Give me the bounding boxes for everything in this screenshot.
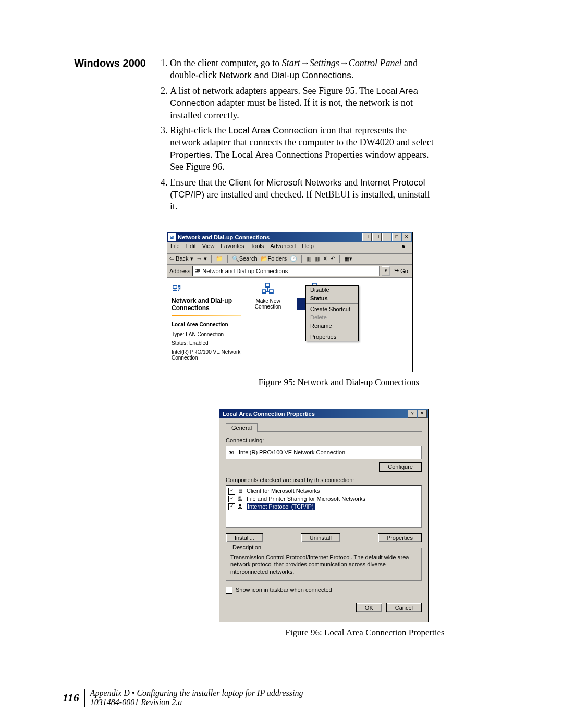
- tab-header: General: [226, 423, 422, 432]
- close-button[interactable]: ✕: [402, 233, 411, 241]
- views-button[interactable]: ▦▾: [344, 255, 352, 262]
- component-row[interactable]: ✓ 🖶 File and Printer Sharing for Microso…: [228, 496, 419, 502]
- client-area: 🖳 Network and Dial-up Connections Local …: [167, 278, 412, 372]
- description-group: Description Transmission Control Protoco…: [226, 548, 422, 581]
- t: Right-click the: [170, 125, 228, 135]
- accent-divider: [172, 315, 241, 316]
- path: Start→Settings→Control Panel: [282, 58, 402, 68]
- go-button[interactable]: ↪ Go: [392, 267, 410, 274]
- nic-box: 🖭 Intel(R) PRO/100 VE Network Connection: [226, 446, 422, 459]
- undo-button[interactable]: ↶: [331, 255, 335, 262]
- menu-file[interactable]: File: [170, 243, 180, 252]
- page-number: 116: [63, 691, 79, 705]
- window-title: Network and Dial-up Connections: [178, 234, 362, 240]
- install-button[interactable]: Install...: [226, 533, 263, 542]
- t: Ensure that the: [170, 177, 228, 188]
- dialog-titlebar[interactable]: Local Area Connection Properties ? ✕: [219, 409, 428, 418]
- taskbar-label: Show icon in taskbar when connected: [236, 587, 332, 593]
- nic-text: Intel(R) PRO/100 VE Network Connection: [239, 449, 345, 455]
- footer-divider: [84, 689, 85, 707]
- component-label: Client for Microsoft Networks: [247, 488, 320, 494]
- titlebar[interactable]: 🖳 Network and Dial-up Connections ❐ ❐ _ …: [167, 232, 412, 242]
- throbber-icon: ⚑: [398, 243, 409, 252]
- delete-button[interactable]: ✕: [323, 255, 327, 262]
- nic-icon: 🖭: [228, 449, 236, 455]
- status-label: Status: Enabled: [172, 340, 241, 346]
- search-label: Search: [239, 255, 258, 262]
- folders-button[interactable]: 📂Folders: [261, 255, 287, 262]
- menu-advanced[interactable]: Advanced: [270, 243, 296, 252]
- search-button[interactable]: 🔍Search: [232, 255, 258, 262]
- pane-title-1: Network and Dial-up: [172, 297, 241, 304]
- restore-down-button[interactable]: ❐: [362, 233, 372, 241]
- copy-to-button[interactable]: ▥: [314, 255, 320, 262]
- ctx-status[interactable]: Status: [306, 294, 358, 302]
- section-heading: Windows 2000: [63, 57, 156, 69]
- maximize-button[interactable]: □: [392, 233, 401, 241]
- menu-help[interactable]: Help: [302, 243, 314, 252]
- folders-label: Folders: [268, 255, 287, 262]
- history-button[interactable]: 🕑: [290, 255, 297, 262]
- checkbox-icon[interactable]: ✓: [228, 503, 235, 510]
- menubar: File Edit View Favorites Tools Advanced …: [167, 242, 412, 254]
- component-label: File and Printer Sharing for Microsoft N…: [247, 496, 365, 502]
- up-button[interactable]: 📁: [216, 255, 223, 262]
- forward-button[interactable]: → ▾: [197, 255, 207, 262]
- address-dropdown[interactable]: ▾: [382, 266, 390, 276]
- checkbox-icon[interactable]: ✓: [228, 488, 235, 495]
- properties-button[interactable]: Properties: [378, 533, 422, 542]
- restore2-button[interactable]: ❐: [372, 233, 382, 241]
- ctx-separator: [306, 331, 358, 331]
- uninstall-button[interactable]: Uninstall: [301, 533, 340, 542]
- cancel-button[interactable]: Cancel: [386, 603, 422, 612]
- ctx-create-shortcut[interactable]: Create Shortcut: [306, 305, 358, 313]
- close-button[interactable]: ✕: [418, 410, 427, 418]
- toolbar: ⇦ Back ▾ → ▾ 📁 🔍Search 📂Folders 🕑 ▥ ▥ ✕ …: [167, 254, 412, 265]
- ui-label: Client for Microsoft Networks: [228, 178, 341, 188]
- ctx-disable[interactable]: Disable: [306, 286, 358, 294]
- address-text: Network and Dial-up Connections: [202, 268, 288, 274]
- minimize-button[interactable]: _: [382, 233, 391, 241]
- make-new-connection-icon[interactable]: 🖧 Make NewConnection: [250, 282, 286, 310]
- step-4: Ensure that the Client for Microsoft Net…: [170, 177, 438, 213]
- ok-button[interactable]: OK: [356, 603, 382, 612]
- address-input[interactable]: 🖳 Network and Dial-up Connections: [192, 266, 380, 276]
- menu-view[interactable]: View: [202, 243, 215, 252]
- t: and: [342, 177, 360, 188]
- component-row-selected[interactable]: ✓ 🖧 Internet Protocol (TCP/IP): [228, 503, 419, 510]
- protocol-icon: 🖧: [237, 503, 244, 510]
- checkbox-icon[interactable]: ✓: [228, 496, 235, 502]
- properties-dialog: Local Area Connection Properties ? ✕ Gen…: [219, 409, 429, 622]
- selected-item-name: Local Area Connection: [172, 322, 241, 327]
- ctx-rename[interactable]: Rename: [306, 322, 358, 330]
- connect-using-label: Connect using:: [226, 437, 422, 443]
- separator: [211, 255, 212, 263]
- separator: [339, 255, 340, 263]
- help-button[interactable]: ?: [408, 410, 417, 418]
- tab-general[interactable]: General: [226, 423, 258, 432]
- component-row[interactable]: ✓ 🖥 Client for Microsoft Networks: [228, 488, 419, 495]
- connection-icon: 🖧: [250, 282, 286, 297]
- ctx-delete: Delete: [306, 313, 358, 322]
- components-listbox[interactable]: ✓ 🖥 Client for Microsoft Networks ✓ 🖶 Fi…: [226, 485, 422, 528]
- folder-banner-icon: 🖳: [172, 282, 241, 294]
- ctx-properties[interactable]: Properties: [306, 332, 358, 341]
- menu-favorites[interactable]: Favorites: [221, 243, 244, 252]
- footer-line-2: 1031484-0001 Revision 2.a: [90, 698, 182, 707]
- menu-edit[interactable]: Edit: [186, 243, 196, 252]
- figure-95-caption: Figure 95: Network and Dial-up Connectio…: [167, 377, 511, 388]
- menu-tools[interactable]: Tools: [251, 243, 264, 252]
- component-label: Internet Protocol (TCP/IP): [247, 503, 315, 510]
- address-icon: 🖳: [194, 268, 200, 274]
- icon-area[interactable]: 🖧 Make NewConnection 🖧 Local AConnec Dis…: [246, 278, 412, 372]
- back-button[interactable]: ⇦ Back ▾: [169, 255, 193, 262]
- back-label: Back: [176, 255, 188, 262]
- configure-button[interactable]: Configure: [379, 462, 422, 472]
- addressbar: Address 🖳 Network and Dial-up Connection…: [167, 265, 412, 278]
- t: .: [351, 70, 354, 80]
- step-2: A list of network adapters appears. See …: [170, 85, 438, 121]
- separator: [301, 255, 302, 263]
- footer-line-1: Appendix D • Configuring the installer l…: [90, 688, 303, 697]
- taskbar-checkbox[interactable]: [226, 587, 232, 594]
- move-to-button[interactable]: ▥: [306, 255, 311, 262]
